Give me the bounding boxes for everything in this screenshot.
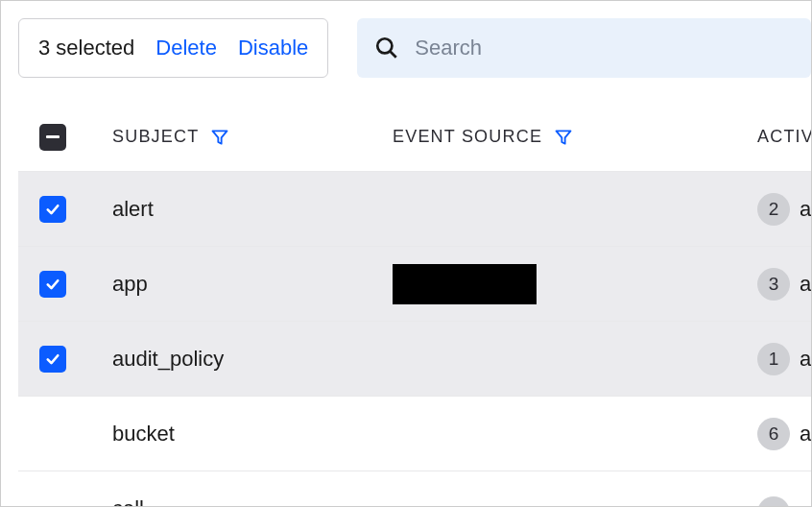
table-row[interactable]: call 1 (18, 471, 811, 507)
activity-cell: a (800, 272, 811, 297)
filter-icon[interactable] (554, 128, 573, 147)
table-header: SUBJECT EVENT SOURCE ACTIVITY (18, 103, 811, 172)
row-checkbox[interactable] (39, 271, 66, 298)
activity-cell: a (800, 347, 811, 372)
subject-cell: app (112, 272, 148, 297)
indeterminate-icon (46, 135, 60, 138)
select-all-checkbox[interactable] (39, 124, 66, 151)
search-box[interactable] (357, 18, 811, 78)
column-header-event-source[interactable]: EVENT SOURCE (393, 127, 757, 147)
subject-cell: call (112, 496, 144, 507)
checkmark-icon (44, 201, 61, 218)
redacted-content (393, 264, 537, 304)
disable-button[interactable]: Disable (238, 36, 308, 60)
row-checkbox[interactable] (39, 196, 66, 223)
table-row[interactable]: audit_policy 1 a (18, 322, 811, 397)
svg-point-0 (378, 38, 393, 53)
selection-box: 3 selected Delete Disable (18, 18, 328, 78)
subject-cell: alert (112, 197, 154, 222)
activity-cell: a (800, 197, 811, 222)
column-header-subject[interactable]: SUBJECT (112, 127, 393, 147)
event-source-label: EVENT SOURCE (393, 127, 542, 147)
activity-count-badge: 6 (757, 418, 790, 450)
subject-label: SUBJECT (112, 127, 199, 147)
table-row[interactable]: app 3 a (18, 247, 811, 322)
delete-button[interactable]: Delete (155, 36, 217, 60)
subject-cell: bucket (112, 422, 175, 447)
row-checkbox[interactable] (39, 346, 66, 373)
svg-line-1 (391, 51, 396, 57)
checkmark-icon (44, 350, 61, 368)
search-icon (374, 36, 399, 60)
table-row[interactable]: alert 2 a (18, 172, 811, 247)
toolbar: 3 selected Delete Disable (18, 18, 811, 78)
activity-count-badge: 3 (757, 268, 790, 301)
table-row[interactable]: bucket 6 a (18, 397, 811, 471)
checkmark-icon (44, 276, 61, 293)
activity-count-badge: 1 (757, 496, 790, 507)
search-input[interactable] (415, 36, 794, 60)
activity-count-badge: 2 (757, 193, 790, 226)
filter-icon[interactable] (210, 128, 229, 147)
data-table: SUBJECT EVENT SOURCE ACTIVITY (18, 103, 811, 507)
selected-count: 3 selected (38, 36, 134, 60)
activity-cell: a (800, 422, 811, 447)
column-header-activity[interactable]: ACTIVITY (757, 127, 811, 147)
subject-cell: audit_policy (112, 347, 224, 372)
activity-label: ACTIVITY (757, 127, 811, 147)
activity-count-badge: 1 (757, 343, 790, 375)
